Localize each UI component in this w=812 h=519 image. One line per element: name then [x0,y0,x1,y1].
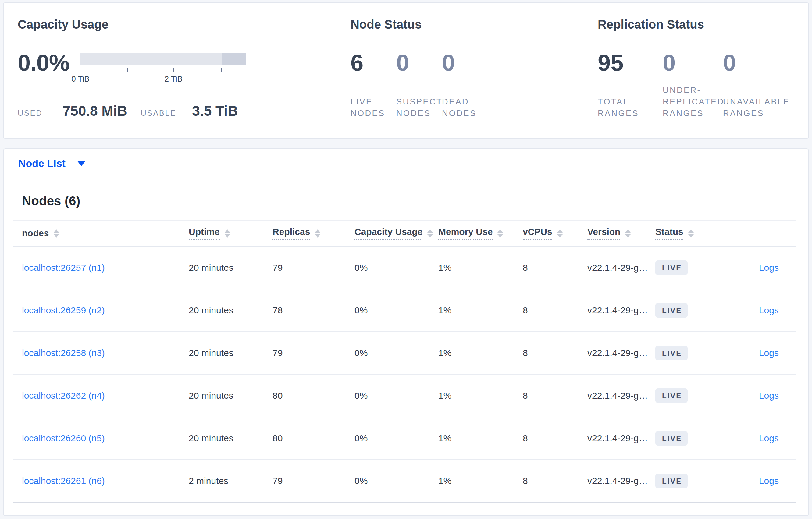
live-nodes-label: LIVE NODES [350,96,396,119]
memory-cell: 1% [430,348,514,358]
vcpus-cell: 8 [514,391,579,401]
memory-cell: 1% [430,263,514,273]
replicas-cell: 78 [264,305,346,315]
capacity-axis-ticks [80,67,246,74]
node-link[interactable]: localhost:26261 (n6) [22,476,105,486]
uptime-cell: 20 minutes [180,348,264,358]
sort-icon[interactable] [497,230,503,238]
replication-stats: 95 TOTAL RANGES 0 UNDER-REPLICATED RANGE… [598,51,808,119]
replicas-cell: 79 [264,476,346,486]
column-header-label: Uptime [189,226,220,240]
total-ranges-stat: 95 TOTAL RANGES [598,51,663,119]
node-cell: localhost:26259 (n2) [13,305,180,315]
logs-link[interactable]: Logs [759,348,779,358]
chevron-down-icon [77,161,86,166]
usable-label: USABLE [141,109,176,118]
logs-link[interactable]: Logs [759,391,779,400]
logs-link[interactable]: Logs [759,263,779,273]
vcpus-cell: 8 [514,348,579,358]
capacity-used-usable-row: USED 750.8 MiB USABLE 3.5 TiB [18,103,350,119]
nodes-table-heading: Nodes (6) [13,194,796,208]
uptime-cell: 20 minutes [180,391,264,401]
memory-cell: 1% [430,433,514,444]
node-status-title: Node Status [350,18,598,31]
capacity-percent: 0.0% [18,51,69,84]
cluster-summary-card: Capacity Usage 0.0% 0 TiB 2 TiB [3,2,809,139]
logs-cell: Logs [712,476,796,486]
status-cell: LIVE [647,388,712,403]
status-badge: LIVE [655,261,688,275]
memory-cell: 1% [430,391,514,401]
sort-icon[interactable] [54,230,59,238]
status-badge: LIVE [655,474,688,488]
capacity-gauge: 0.0% 0 TiB 2 TiB [18,51,350,84]
vcpus-cell: 8 [514,433,579,444]
status-cell: LIVE [647,261,712,275]
node-link[interactable]: localhost:26258 (n3) [22,348,105,358]
suspect-nodes-stat: 0 SUSPECT NODES [396,51,442,119]
capacity-bar-segment [222,53,246,65]
under-replicated-stat: 0 UNDER-REPLICATED RANGES [663,51,723,119]
node-link[interactable]: localhost:26260 (n5) [22,433,105,443]
node-link[interactable]: localhost:26262 (n4) [22,391,105,400]
column-header-vcpus[interactable]: vCPUs [514,226,579,240]
sort-icon[interactable] [557,230,563,238]
dead-nodes-stat: 0 DEAD NODES [442,51,488,119]
node-link[interactable]: localhost:26259 (n2) [22,305,105,315]
capacity-cell: 0% [346,391,430,401]
uptime-cell: 2 minutes [180,476,264,486]
usable-value: 3.5 TiB [192,103,238,119]
axis-tick [221,68,222,72]
logs-cell: Logs [712,433,796,444]
replication-status-title: Replication Status [598,18,808,31]
logs-link[interactable]: Logs [759,476,779,486]
node-list-dropdown[interactable]: Node List [18,157,86,169]
logs-cell: Logs [712,348,796,358]
replicas-cell: 79 [264,263,346,273]
sort-icon[interactable] [315,230,320,238]
memory-cell: 1% [430,476,514,486]
table-row: localhost:26260 (n5) 20 minutes 80 0% 1%… [13,417,796,460]
sort-icon[interactable] [625,230,631,238]
uptime-cell: 20 minutes [180,263,264,273]
node-link[interactable]: localhost:26257 (n1) [22,263,105,273]
under-replicated-value: 0 [663,51,723,75]
replicas-cell: 79 [264,348,346,358]
column-header-uptime[interactable]: Uptime [180,226,264,240]
column-header-label: vCPUs [523,226,552,240]
nodes-table-card: Nodes (6) nodes Uptime Replicas Capacity… [3,178,809,516]
node-cell: localhost:26260 (n5) [13,433,180,444]
column-header-replicas[interactable]: Replicas [264,226,346,240]
version-cell: v22.1.4-29-g… [579,305,647,315]
under-replicated-label: UNDER-REPLICATED RANGES [663,84,723,119]
unavailable-ranges-stat: 0 UNAVAILABLE RANGES [723,51,808,119]
table-row: localhost:26261 (n6) 2 minutes 79 0% 1% … [13,460,796,502]
column-header-memory-use[interactable]: Memory Use [430,226,514,240]
node-cell: localhost:26258 (n3) [13,348,180,358]
logs-link[interactable]: Logs [759,305,779,315]
column-header-label: Replicas [272,226,310,240]
version-cell: v22.1.4-29-g… [579,348,647,358]
sort-icon[interactable] [688,230,694,238]
capacity-usage-title: Capacity Usage [18,18,350,31]
column-header-nodes[interactable]: nodes [13,228,180,239]
suspect-nodes-label: SUSPECT NODES [396,96,442,119]
logs-link[interactable]: Logs [759,433,779,443]
node-cell: localhost:26257 (n1) [13,263,180,273]
replicas-cell: 80 [264,433,346,444]
version-cell: v22.1.4-29-g… [579,476,647,486]
column-header-capacity-usage[interactable]: Capacity Usage [346,226,430,240]
sort-icon[interactable] [225,230,230,238]
column-header-label: Status [655,226,684,240]
vcpus-cell: 8 [514,305,579,315]
column-header-status[interactable]: Status [647,226,712,240]
status-badge: LIVE [655,388,688,403]
status-cell: LIVE [647,474,712,488]
uptime-cell: 20 minutes [180,305,264,315]
memory-cell: 1% [430,305,514,315]
vcpus-cell: 8 [514,476,579,486]
cluster-overview-page: Capacity Usage 0.0% 0 TiB 2 TiB [0,0,812,516]
capacity-cell: 0% [346,305,430,315]
axis-tick [127,68,128,72]
column-header-version[interactable]: Version [579,226,647,240]
